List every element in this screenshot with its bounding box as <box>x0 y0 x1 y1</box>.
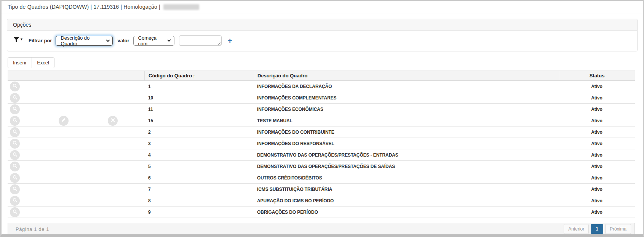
plus-icon: + <box>228 36 232 45</box>
cell-codigo: 10 <box>144 95 255 101</box>
column-header-codigo[interactable]: Código do Quadro ↑ <box>144 71 255 80</box>
delete-button[interactable] <box>108 116 118 126</box>
funnel-icon <box>13 37 20 45</box>
cell-codigo: 4 <box>144 152 255 158</box>
cell-status: Ativo <box>559 187 635 192</box>
toolbar-button-group: Inserir Excel <box>8 57 54 68</box>
cell-status: Ativo <box>559 118 635 123</box>
view-button[interactable] <box>10 139 20 149</box>
toolbar: Inserir Excel <box>8 57 643 68</box>
filter-operator-select[interactable]: Começa com <box>133 36 174 46</box>
page-title-text: Tipo de Quadros (DAPIQDOWW) | 17.119316 … <box>8 4 160 10</box>
row-actions <box>8 81 144 92</box>
table-row: 9 OBRIGAÇÕES DO PERÍODO Ativo <box>8 207 635 218</box>
current-page-button[interactable]: 1 <box>591 224 603 234</box>
chevron-down-icon <box>168 38 171 42</box>
add-filter-button[interactable]: + <box>228 37 232 45</box>
cell-status: Ativo <box>559 198 635 203</box>
x-icon <box>110 118 115 124</box>
cell-descricao: ICMS SUBSTITUIÇÃO TRIBUTÁRIA <box>255 187 559 192</box>
view-button[interactable] <box>10 82 20 91</box>
data-grid: Código do Quadro ↑ Descrição do Quadro S… <box>8 70 635 218</box>
view-button[interactable] <box>10 184 20 194</box>
magnifier-icon <box>12 94 18 101</box>
magnifier-icon <box>12 209 18 216</box>
magnifier-icon <box>12 83 18 90</box>
magnifier-icon <box>12 197 18 204</box>
cell-status: Ativo <box>559 107 635 112</box>
filter-operator-selected-value: Começa com <box>138 35 165 46</box>
cell-descricao: INFORMAÇÕES DO CONTRIBUINTE <box>255 130 559 135</box>
filter-bar: ▾ Filtrar por Descrição do Quadro valor … <box>7 31 637 51</box>
view-button[interactable] <box>10 173 20 183</box>
magnifier-icon <box>12 175 18 181</box>
cell-codigo: 5 <box>144 164 255 169</box>
cell-descricao: DEMONSTRATIVO DAS OPERAÇÕES/PRESTAÇÕES D… <box>255 164 559 169</box>
column-header-descricao[interactable]: Descrição do Quadro <box>255 71 559 80</box>
pencil-icon <box>61 117 66 124</box>
cell-codigo: 3 <box>144 141 255 146</box>
pager-buttons: Anterior 1 Próxima <box>564 224 631 234</box>
cell-descricao: OBRIGAÇÕES DO PERÍODO <box>255 210 559 215</box>
chevron-down-icon <box>106 38 110 42</box>
caret-down-icon: ▾ <box>21 37 22 41</box>
column-header-descricao-label: Descrição do Quadro <box>257 73 307 78</box>
view-button[interactable] <box>10 150 20 160</box>
magnifier-icon <box>12 186 18 193</box>
cell-status: Ativo <box>559 130 635 135</box>
cell-status: Ativo <box>559 141 635 146</box>
cell-status: Ativo <box>559 210 635 215</box>
view-button[interactable] <box>10 162 20 171</box>
view-button[interactable] <box>10 116 20 126</box>
row-actions <box>8 195 144 206</box>
table-row: 2 INFORMAÇÕES DO CONTRIBUINTE Ativo <box>8 127 635 138</box>
cell-status: Ativo <box>559 175 635 181</box>
insert-button[interactable]: Inserir <box>8 58 32 68</box>
value-label: valor <box>117 38 129 43</box>
row-actions <box>8 138 144 149</box>
cell-descricao: INFORMAÇÕES DA DECLARAÇÃO <box>255 84 559 89</box>
filter-value-wrap <box>179 35 222 46</box>
page-summary: Página 1 de 1 <box>16 226 49 232</box>
row-actions <box>8 172 144 183</box>
column-header-status-label: Status <box>590 73 605 78</box>
view-button[interactable] <box>10 104 20 114</box>
table-row: 11 INFORMAÇÕES ECONÔMICAS Ativo <box>8 104 635 115</box>
filter-value-input[interactable] <box>179 35 222 46</box>
title-bar: Tipo de Quadros (DAPIQDOWW) | 17.119316 … <box>2 1 643 13</box>
cell-codigo: 9 <box>144 210 255 215</box>
filter-menu-button[interactable]: ▾ <box>13 37 22 45</box>
column-header-status[interactable]: Status <box>559 71 635 80</box>
cell-status: Ativo <box>559 84 635 89</box>
filter-by-label: Filtrar por <box>29 38 52 43</box>
cell-codigo: 11 <box>144 107 255 112</box>
filter-field-select[interactable]: Descrição do Quadro <box>56 36 113 46</box>
cell-codigo: 8 <box>144 198 255 203</box>
cell-codigo: 1 <box>144 84 255 89</box>
row-actions <box>8 161 144 172</box>
excel-button[interactable]: Excel <box>32 58 54 68</box>
cell-descricao: TESTE MANUAL <box>255 118 559 123</box>
cell-codigo: 6 <box>144 175 255 181</box>
edit-button[interactable] <box>59 116 69 126</box>
previous-page-button[interactable]: Anterior <box>564 224 589 234</box>
row-actions <box>8 149 144 160</box>
table-body: 1 INFORMAÇÕES DA DECLARAÇÃO Ativo 10 I <box>8 81 635 218</box>
app-window: Tipo de Quadros (DAPIQDOWW) | 17.119316 … <box>0 0 644 237</box>
row-actions <box>8 104 144 115</box>
table-row: 7 ICMS SUBSTITUIÇÃO TRIBUTÁRIA Ativo <box>8 184 635 195</box>
view-button[interactable] <box>10 127 20 137</box>
view-button[interactable] <box>10 207 20 217</box>
magnifier-icon <box>12 140 18 147</box>
cell-status: Ativo <box>559 152 635 158</box>
view-button[interactable] <box>10 196 20 206</box>
magnifier-icon <box>12 106 18 113</box>
row-actions <box>8 115 144 126</box>
view-button[interactable] <box>10 93 20 103</box>
row-actions <box>8 184 144 195</box>
cell-descricao: OUTROS CRÉDITOS/DÉBITOS <box>255 175 559 181</box>
next-page-button[interactable]: Próxima <box>605 224 631 234</box>
table-row: 5 DEMONSTRATIVO DAS OPERAÇÕES/PRESTAÇÕES… <box>8 161 635 172</box>
column-header-codigo-label: Código do Quadro <box>149 73 192 78</box>
pager-bar: Página 1 de 1 Anterior 1 Próxima <box>8 223 635 235</box>
